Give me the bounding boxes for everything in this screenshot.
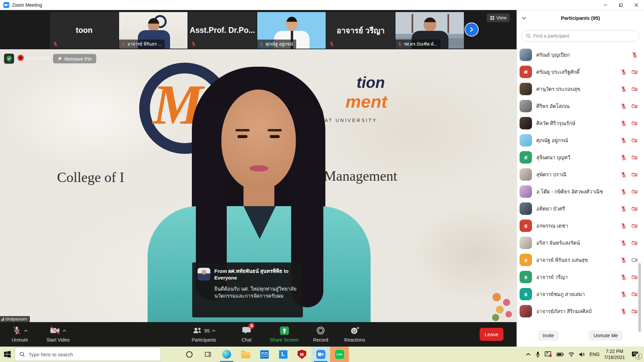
screen-share-tray-icon[interactable] [545, 351, 552, 357]
tray-expand-chevron[interactable] [526, 353, 531, 356]
participant-status-icons [616, 223, 638, 229]
l-app-button[interactable]: L [274, 347, 292, 362]
participant-row[interactable]: ออรพรรณ เดชา [517, 217, 644, 234]
camera-off-icon [631, 69, 638, 75]
share-screen-button[interactable]: Share Screen [265, 322, 304, 347]
participant-row[interactable]: ออาจารย์ พีรันธร แสนสุข [517, 251, 644, 268]
participant-status-icons [616, 120, 638, 127]
panel-collapse-chevron[interactable] [522, 15, 526, 21]
cortana-button[interactable] [180, 347, 199, 362]
file-explorer-button[interactable] [236, 347, 255, 362]
tile-participant-name: รศ.ดร.บัณฑิต ผั... [404, 41, 437, 48]
find-participant-input[interactable] [522, 30, 639, 42]
participant-row[interactable]: อทิตยา บัวศรี [517, 200, 644, 217]
tile-participant-name: toon [50, 12, 118, 49]
active-speaker-tag: cholpassorn [0, 316, 30, 322]
participant-row[interactable]: ศศรัณยู ประเสริฐศักดิ์ [517, 63, 644, 80]
mic-muted-icon [620, 257, 627, 263]
chat-button[interactable]: 8 Chat [235, 322, 258, 347]
participant-status-icons [616, 103, 638, 110]
taskbar-search-input[interactable] [15, 352, 161, 357]
mic-muted-icon [620, 188, 627, 195]
mail-button[interactable] [255, 347, 274, 362]
zoom-taskbar-button[interactable] [311, 347, 330, 362]
unmute-me-button[interactable]: Unmute Me [588, 330, 623, 341]
participant-row[interactable]: อาจารย์ภัสรา สิริกมลศิลป์ [517, 303, 644, 320]
unmute-button[interactable]: Unmute [5, 322, 35, 347]
strip-tiles: toonอาจารย์ พีรันธร ...Asst.Prof. Dr.Po.… [50, 12, 464, 49]
start-video-button[interactable]: Start Video [40, 322, 76, 347]
start-button[interactable] [0, 347, 15, 362]
participant-photo-avatar [520, 100, 532, 112]
participant-row[interactable]: ศรัณย์ บุญเปียก [517, 46, 644, 63]
tile-participant-name: อาจารย์ พีรันธร ... [127, 41, 162, 48]
line-taskbar-button[interactable]: LINE [330, 347, 349, 362]
participant-row[interactable]: สุพัตรา ปราณี [517, 166, 644, 183]
participants-panel-header: Participants (95) [517, 10, 644, 25]
speaker-icon[interactable] [579, 352, 585, 357]
backdrop-text-management: ment [345, 92, 387, 112]
camera-off-icon [631, 308, 638, 315]
view-button[interactable]: View [487, 13, 510, 22]
wifi-icon[interactable] [568, 352, 575, 357]
strip-tile[interactable]: Asst.Prof. Dr.Po... [188, 12, 257, 49]
action-center-button[interactable]: 2 [629, 351, 641, 358]
close-button[interactable] [629, 0, 644, 10]
edge-taskbar-button[interactable] [217, 347, 236, 362]
mic-muted-icon [397, 42, 402, 47]
invite-button[interactable]: Invite [538, 330, 559, 341]
meeting-area: toonอาจารย์ พีรันธร ...Asst.Prof. Dr.Po.… [0, 10, 517, 347]
taskbar-search[interactable] [15, 348, 161, 361]
participant-row[interactable]: อริสา จันทร์แสงรัตน์ [517, 234, 644, 251]
leave-button[interactable]: Leave [480, 328, 503, 341]
record-button[interactable]: Record [307, 322, 334, 347]
participant-row[interactable]: สสุจินตนา บุญทวี [517, 149, 644, 166]
task-view-button[interactable] [199, 347, 217, 362]
participant-photo-avatar [520, 202, 532, 215]
mic-muted-icon [259, 42, 264, 47]
strip-tile[interactable]: อาจารย์ วรีญา [326, 12, 395, 49]
reactions-button[interactable]: Reactions [339, 322, 371, 347]
participant-row[interactable]: ศิริพร อัตโสภณ [517, 98, 644, 115]
camera-off-icon [50, 326, 60, 335]
microphone-tray-icon[interactable] [535, 351, 540, 358]
battery-icon[interactable] [556, 352, 564, 357]
mic-muted-icon [620, 223, 627, 229]
remove-pin-button[interactable]: Remove Pin [53, 54, 96, 63]
minimize-button[interactable] [598, 0, 613, 10]
participants-panel: Participants (95) ศรัณย์ บุญเปียกศศรัณยู… [517, 10, 644, 347]
participant-row[interactable]: อ.โต๊ด - กษิติธร อัศวพงศ์วาณิช [517, 183, 644, 200]
maximize-button[interactable] [613, 0, 629, 10]
video-options-chevron[interactable] [62, 328, 66, 333]
strip-tile[interactable]: toon [50, 12, 118, 49]
taskbar-clock[interactable]: 7:22 PM 7/16/2021 [604, 348, 625, 360]
strip-tile[interactable]: อาจารย์ พีรันธร ... [119, 12, 187, 49]
participant-row[interactable]: ศุภณัฐ อยู่กรณ์ [517, 132, 644, 149]
strip-tile[interactable]: รศ.ดร.บัณฑิต ผั... [395, 12, 464, 49]
strip-tile[interactable]: ศุภณัฐ อยู่กรณ์ [257, 12, 326, 49]
participant-name: ศิลวัต ศิริวรุณรักษ์ [536, 119, 616, 127]
participants-chevron[interactable] [212, 328, 216, 333]
mcafee-button[interactable]: M [292, 347, 311, 362]
participant-row[interactable]: ศิลวัต ศิริวรุณรักษ์ [517, 115, 644, 132]
l-app-icon: L [279, 350, 287, 359]
participant-row[interactable]: ออาจารย์ชมภู สายเสมา [517, 286, 644, 303]
participant-row[interactable]: ออาจารย์ วรีญา [517, 268, 644, 286]
tile-name-label: รศ.ดร.บัณฑิต ผั... [395, 40, 440, 49]
speaker-eye-right [270, 135, 280, 138]
edge-browser-icon [222, 350, 231, 359]
mail-icon [260, 350, 269, 359]
participants-button[interactable]: 95 Participants [184, 322, 224, 347]
language-indicator[interactable]: ENG [589, 352, 599, 357]
panel-scrollbar[interactable] [638, 263, 641, 332]
chat-notification-popup[interactable]: From ผศ.หทัยพันธน์ สุนทรพิพิธ to Everyon… [192, 262, 303, 317]
pin-icon [57, 56, 62, 61]
recording-indicator[interactable]: Recording [17, 55, 49, 61]
participant-row[interactable]: ศานุวัตร ประกอบสุข [517, 80, 644, 98]
taskbar-app-icons: L M LINE [180, 347, 349, 362]
windows-taskbar: L M LINE ENG 7:22 PM 7/16/2021 2 [0, 347, 644, 362]
next-page-button[interactable] [465, 22, 479, 37]
security-shield-button[interactable] [4, 54, 14, 64]
audio-options-chevron[interactable] [24, 328, 28, 333]
participant-status-icons [616, 308, 638, 315]
